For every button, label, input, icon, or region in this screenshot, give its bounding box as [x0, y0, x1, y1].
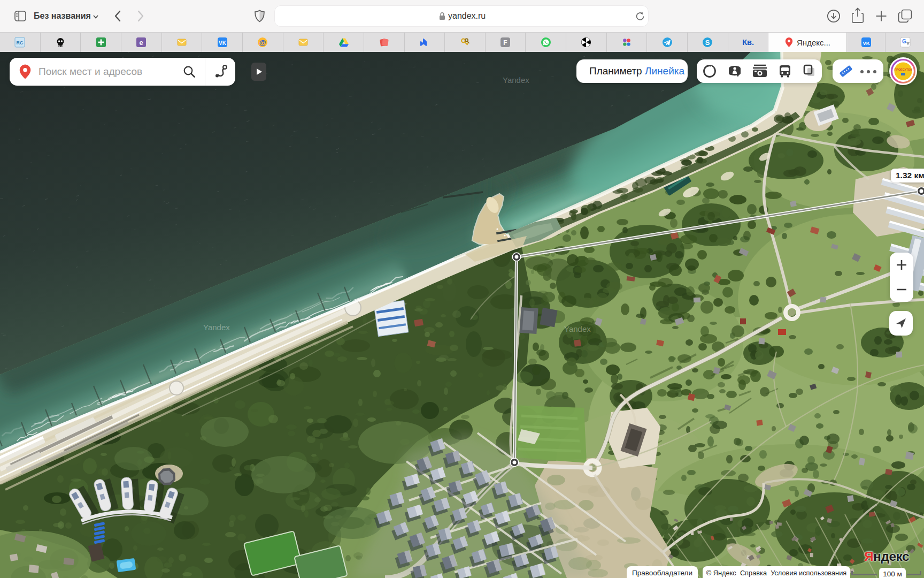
- svg-text:S: S: [705, 39, 710, 47]
- svg-text:Yandex: Yandex: [503, 75, 529, 85]
- svg-text:VK: VK: [863, 40, 869, 46]
- svg-text:Yandex: Yandex: [564, 324, 591, 333]
- svg-text:@: @: [259, 39, 266, 47]
- svg-text:VK: VK: [219, 40, 227, 46]
- svg-text:e: e: [140, 39, 143, 47]
- svg-text:F: F: [503, 39, 507, 47]
- svg-text:ПРОЕСУТОК: ПРОЕСУТОК: [894, 68, 912, 71]
- svg-text:RC: RC: [17, 40, 24, 45]
- svg-text:G: G: [902, 39, 906, 44]
- svg-text:Yandex: Yandex: [203, 323, 230, 332]
